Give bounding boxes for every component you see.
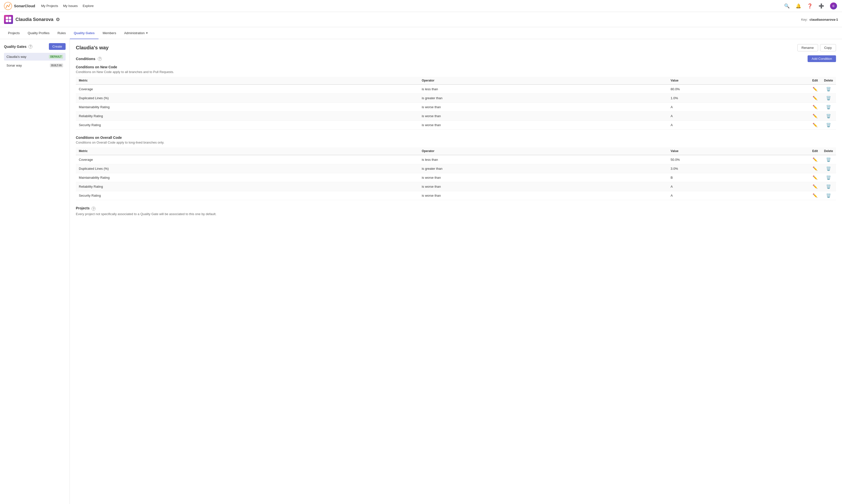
edit-icon[interactable]: ✏️ <box>812 123 818 127</box>
cell-value: 80.0% <box>668 85 809 94</box>
cell-delete: 🗑️ <box>821 155 836 164</box>
subnav-rules[interactable]: Rules <box>53 27 70 39</box>
new-code-table-body: Coverage is less than 80.0% ✏️ 🗑️ Duplic… <box>76 85 836 130</box>
table-row: Maintainability Rating is worse than B ✏… <box>76 173 836 182</box>
cell-value: A <box>668 112 809 121</box>
nav-explore[interactable]: Explore <box>83 4 93 8</box>
header-actions: Rename Copy <box>797 44 836 51</box>
cell-metric: Maintainability Rating <box>76 173 419 182</box>
sidebar-item-claudias-way[interactable]: Claudia's way DEFAULT <box>4 53 66 60</box>
table-row: Security Rating is worse than A ✏️ 🗑️ <box>76 191 836 200</box>
delete-icon[interactable]: 🗑️ <box>826 96 831 100</box>
delete-icon[interactable]: 🗑️ <box>826 123 831 127</box>
cell-edit: ✏️ <box>809 155 821 164</box>
delete-icon[interactable]: 🗑️ <box>826 166 831 171</box>
projects-help-icon[interactable]: ? <box>91 206 95 211</box>
new-code-section-title: Conditions on New Code <box>76 65 836 69</box>
org-title: Claudia Sonarova ⊙ <box>4 15 59 24</box>
add-condition-button[interactable]: Add Condition <box>808 55 836 62</box>
subnav-members[interactable]: Members <box>99 27 120 39</box>
table-row: Maintainability Rating is worse than A ✏… <box>76 103 836 112</box>
conditions-title: Conditions <box>76 57 95 61</box>
sidebar-item-sonar-way[interactable]: Sonar way BUILT-IN <box>4 61 66 69</box>
cell-operator: is greater than <box>419 164 668 173</box>
th-delete-overall: Delete <box>821 147 836 155</box>
delete-icon[interactable]: 🗑️ <box>826 114 831 118</box>
edit-icon[interactable]: ✏️ <box>812 158 818 162</box>
cell-operator: is worse than <box>419 103 668 112</box>
search-button[interactable]: 🔍 <box>783 2 791 10</box>
create-button[interactable]: ➕ <box>818 2 825 10</box>
help-button[interactable]: ❓ <box>806 2 813 10</box>
delete-icon[interactable]: 🗑️ <box>826 158 831 162</box>
subnav-quality-gates[interactable]: Quality Gates <box>70 27 99 39</box>
overall-code-section-title: Conditions on Overall Code <box>76 136 836 140</box>
top-nav-right: 🔍 🔔 ❓ ➕ C <box>783 1 838 11</box>
sidebar-badge-claudias-way: DEFAULT <box>49 55 63 58</box>
new-code-table-head: Metric Operator Value Edit Delete <box>76 77 836 85</box>
cell-operator: is less than <box>419 85 668 94</box>
delete-icon[interactable]: 🗑️ <box>826 176 831 180</box>
table-row: Security Rating is worse than A ✏️ 🗑️ <box>76 121 836 130</box>
new-code-conditions-table: Metric Operator Value Edit Delete Covera… <box>76 77 836 130</box>
th-delete-new: Delete <box>821 77 836 85</box>
org-header: Claudia Sonarova ⊙ Key: claudiasonarova-… <box>0 12 842 27</box>
copy-button[interactable]: Copy <box>820 44 836 51</box>
main-layout: Quality Gates ? Create Claudia's way DEF… <box>0 39 842 504</box>
th-value-overall: Value <box>668 147 809 155</box>
edit-icon[interactable]: ✏️ <box>812 114 818 118</box>
th-edit-new: Edit <box>809 77 821 85</box>
conditions-help-icon[interactable]: ? <box>98 57 102 61</box>
user-avatar-button[interactable]: C <box>829 1 838 11</box>
edit-icon[interactable]: ✏️ <box>812 184 818 189</box>
sidebar: Quality Gates ? Create Claudia's way DEF… <box>0 39 70 504</box>
edit-icon[interactable]: ✏️ <box>812 87 818 91</box>
sub-navigation: Projects Quality Profiles Rules Quality … <box>0 27 842 39</box>
rename-button[interactable]: Rename <box>797 44 818 51</box>
cell-edit: ✏️ <box>809 112 821 121</box>
edit-icon[interactable]: ✏️ <box>812 105 818 109</box>
create-quality-gate-button[interactable]: Create <box>49 43 66 50</box>
cell-edit: ✏️ <box>809 121 821 130</box>
cell-value: 3.0% <box>668 164 809 173</box>
cell-value: 1.0% <box>668 94 809 103</box>
edit-icon[interactable]: ✏️ <box>812 194 818 198</box>
overall-code-conditions-table: Metric Operator Value Edit Delete Covera… <box>76 147 836 200</box>
cell-value: A <box>668 121 809 130</box>
new-code-section-desc: Conditions on New Code apply to all bran… <box>76 70 836 74</box>
svg-rect-4 <box>9 20 11 22</box>
projects-section-title: Projects <box>76 206 90 210</box>
nav-my-issues[interactable]: My Issues <box>63 4 78 8</box>
cell-edit: ✏️ <box>809 85 821 94</box>
edit-icon[interactable]: ✏️ <box>812 166 818 171</box>
delete-icon[interactable]: 🗑️ <box>826 184 831 189</box>
app-name: SonarCloud <box>14 4 35 8</box>
subnav-administration[interactable]: Administration ▼ <box>120 27 152 39</box>
overall-code-section: Conditions on Overall Code Conditions on… <box>76 136 836 200</box>
subnav-quality-profiles[interactable]: Quality Profiles <box>24 27 53 39</box>
table-row: Reliability Rating is worse than A ✏️ 🗑️ <box>76 182 836 191</box>
cell-delete: 🗑️ <box>821 94 836 103</box>
overall-code-table-body: Coverage is less than 50.0% ✏️ 🗑️ Duplic… <box>76 155 836 200</box>
sidebar-item-name-sonar-way: Sonar way <box>6 64 22 67</box>
edit-icon[interactable]: ✏️ <box>812 176 818 180</box>
cell-metric: Reliability Rating <box>76 182 419 191</box>
page-title: Claudia's way <box>76 45 108 51</box>
content-header: Claudia's way Rename Copy <box>76 44 836 51</box>
svg-rect-2 <box>9 17 11 19</box>
cell-delete: 🗑️ <box>821 121 836 130</box>
cell-value: A <box>668 182 809 191</box>
delete-icon[interactable]: 🗑️ <box>826 194 831 198</box>
notifications-button[interactable]: 🔔 <box>795 2 802 10</box>
delete-icon[interactable]: 🗑️ <box>826 87 831 91</box>
nav-my-projects[interactable]: My Projects <box>41 4 58 8</box>
sidebar-title: Quality Gates <box>4 44 27 49</box>
cell-edit: ✏️ <box>809 103 821 112</box>
table-row: Duplicated Lines (%) is greater than 3.0… <box>76 164 836 173</box>
cell-metric: Coverage <box>76 85 419 94</box>
edit-icon[interactable]: ✏️ <box>812 96 818 100</box>
delete-icon[interactable]: 🗑️ <box>826 105 831 109</box>
sidebar-help-icon[interactable]: ? <box>29 44 32 49</box>
subnav-projects[interactable]: Projects <box>4 27 24 39</box>
cell-operator: is worse than <box>419 121 668 130</box>
